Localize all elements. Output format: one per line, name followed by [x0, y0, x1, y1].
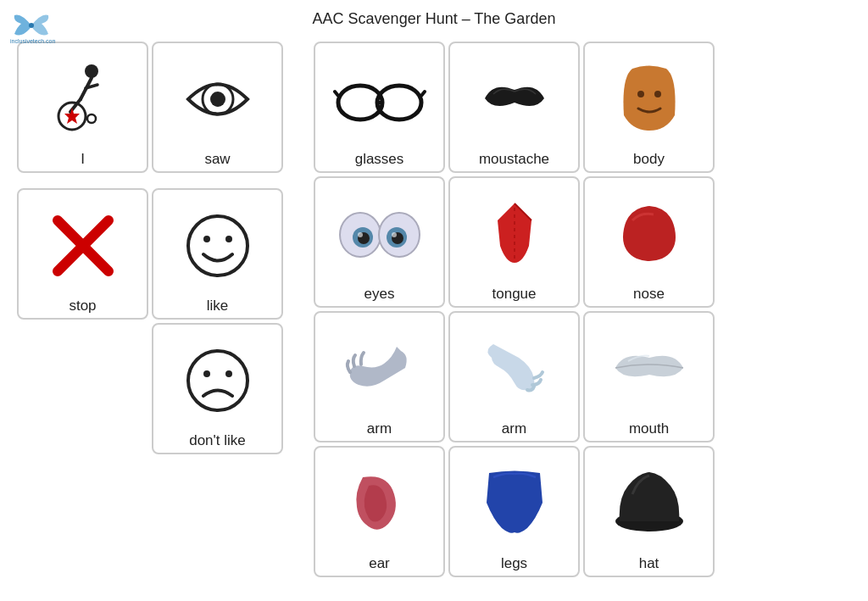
arm2-label: arm	[502, 420, 526, 437]
svg-point-17	[203, 370, 210, 377]
svg-point-2	[85, 64, 98, 78]
body-photo	[588, 48, 709, 147]
nose-label: nose	[633, 286, 665, 303]
svg-point-24	[637, 91, 644, 97]
svg-point-8	[87, 114, 96, 123]
mouth-photo	[588, 318, 709, 417]
svg-point-18	[225, 370, 232, 377]
saw-card: saw	[152, 42, 283, 173]
arm2-photo	[453, 318, 575, 417]
legs-label: legs	[501, 555, 527, 572]
tongue-label: tongue	[492, 286, 537, 303]
svg-point-15	[225, 236, 232, 242]
dontlike-card: don't like	[152, 323, 283, 454]
hat-label: hat	[639, 555, 659, 572]
left-panel: I saw	[17, 42, 297, 577]
main-layout: I saw	[0, 42, 868, 577]
glasses-photo	[319, 48, 440, 147]
ear-photo	[319, 453, 440, 552]
ear-card: ear	[314, 446, 445, 577]
like-label: like	[207, 298, 229, 314]
saw-label: saw	[204, 151, 230, 168]
svg-point-13	[188, 216, 248, 275]
eyes-photo	[319, 183, 440, 282]
glasses-label: glasses	[355, 151, 404, 168]
svg-point-25	[654, 91, 661, 97]
dontlike-label: don't like	[189, 432, 246, 449]
stop-label: stop	[69, 298, 96, 314]
like-card: like	[152, 188, 283, 320]
svg-line-22	[335, 92, 338, 96]
eyes-card: eyes	[314, 176, 445, 308]
eye-icon-area	[157, 50, 278, 147]
tongue-photo	[453, 183, 575, 282]
person-icon-area	[22, 50, 143, 147]
tongue-card: tongue	[448, 176, 580, 308]
like-icon-area	[157, 197, 278, 294]
page-title: AAC Scavenger Hunt – The Garden	[0, 0, 868, 35]
arm1-label: arm	[367, 420, 392, 437]
arm1-photo	[319, 318, 440, 417]
svg-point-14	[203, 236, 210, 242]
svg-point-33	[392, 232, 397, 237]
svg-point-16	[188, 351, 248, 410]
stop-icon-area	[22, 197, 143, 294]
left-row-2: stop like	[17, 188, 297, 320]
hat-card: hat	[583, 446, 715, 577]
svg-point-10	[210, 92, 225, 107]
logo: inclusivetech.com	[8, 7, 55, 45]
dontlike-icon-area	[157, 331, 278, 429]
legs-photo	[453, 453, 575, 552]
right-panel: glasses moustache	[314, 42, 715, 577]
hat-photo	[588, 453, 709, 552]
left-row-1: I saw	[17, 42, 297, 173]
stop-card: stop	[17, 188, 148, 320]
i-label: I	[81, 151, 85, 168]
svg-point-29	[358, 232, 363, 237]
arm1-card: arm	[314, 311, 445, 442]
eyes-label: eyes	[364, 286, 395, 303]
i-card: I	[17, 42, 148, 173]
body-label: body	[633, 151, 665, 168]
moustache-label: moustache	[479, 151, 549, 168]
nose-card: nose	[583, 176, 715, 308]
body-card: body	[583, 42, 715, 173]
glasses-card: glasses	[314, 42, 445, 173]
nose-photo	[588, 183, 709, 282]
left-row-3: don't like	[17, 323, 297, 454]
svg-text:inclusivetech.com: inclusivetech.com	[10, 38, 55, 44]
mouth-label: mouth	[629, 420, 669, 437]
moustache-card: moustache	[448, 42, 580, 173]
legs-card: legs	[448, 446, 580, 577]
svg-point-0	[29, 23, 34, 28]
svg-line-23	[421, 92, 425, 96]
mouth-card: mouth	[583, 311, 715, 442]
arm2-card: arm	[448, 311, 580, 442]
svg-marker-7	[64, 108, 80, 124]
moustache-photo	[453, 48, 575, 147]
ear-label: ear	[369, 555, 390, 572]
